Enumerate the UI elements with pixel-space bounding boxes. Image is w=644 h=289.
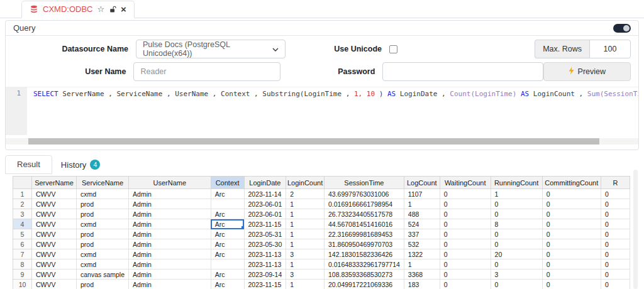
table-cell[interactable]: 0 <box>440 189 491 199</box>
table-cell[interactable]: prod <box>77 209 129 219</box>
table-cell[interactable]: 0 <box>440 219 491 229</box>
favorite-star-icon[interactable]: ☆ <box>97 5 104 13</box>
row-number-cell[interactable]: 6 <box>13 239 32 249</box>
column-header[interactable]: WaitingCount <box>440 177 491 189</box>
table-cell[interactable]: 3 <box>286 249 325 259</box>
table-cell[interactable]: Admin <box>129 239 211 249</box>
table-cell[interactable]: Admin <box>129 219 211 229</box>
scrollbar-thumb[interactable] <box>28 138 599 144</box>
column-header[interactable]: R <box>601 177 630 189</box>
table-cell[interactable]: 0 <box>491 259 542 270</box>
table-cell[interactable]: 0 <box>491 209 542 219</box>
row-number-cell[interactable]: 4 <box>13 219 32 229</box>
table-cell[interactable]: 0 <box>601 189 630 199</box>
table-cell[interactable]: 1 <box>286 229 325 239</box>
table-cell[interactable]: 1 <box>286 280 325 289</box>
table-cell[interactable]: CWVV <box>32 270 77 280</box>
table-cell[interactable]: 2 <box>286 189 325 199</box>
row-number-cell[interactable]: 3 <box>13 209 32 219</box>
username-input[interactable] <box>133 62 280 81</box>
table-cell[interactable]: 2023-11-13 <box>244 249 286 259</box>
tab-result[interactable]: Result <box>5 155 52 174</box>
unlock-icon[interactable] <box>109 5 116 13</box>
table-cell[interactable]: 524 <box>404 219 440 229</box>
table-cell[interactable]: 1 <box>286 259 325 270</box>
row-number-cell[interactable]: 9 <box>13 270 32 280</box>
table-cell[interactable]: 20 <box>491 249 542 259</box>
table-cell[interactable]: 0 <box>601 280 630 289</box>
sql-editor[interactable]: 1 SELECT ServerName , ServiceName , User… <box>6 87 638 150</box>
table-cell[interactable]: Admin <box>129 199 211 209</box>
table-cell[interactable]: Arc <box>211 249 244 259</box>
grid-vertical-scrollbar[interactable] <box>633 170 638 289</box>
table-cell[interactable]: 0 <box>542 259 601 270</box>
table-cell[interactable]: 22.316699981689453 <box>324 229 404 239</box>
table-cell[interactable]: Admin <box>129 249 211 259</box>
table-cell[interactable]: 0 <box>491 239 542 249</box>
table-cell[interactable]: 532 <box>404 239 440 249</box>
table-cell[interactable]: 0.016483332961797714 <box>324 259 404 270</box>
sql-line[interactable]: SELECT ServerName , ServiceName , UserNa… <box>27 87 638 99</box>
close-tab-icon[interactable]: × <box>121 4 126 14</box>
table-cell[interactable]: Admin <box>129 270 211 280</box>
table-cell[interactable]: 0 <box>440 239 491 249</box>
row-number-cell[interactable]: 1 <box>13 189 32 199</box>
table-cell[interactable]: 0 <box>440 209 491 219</box>
table-cell[interactable]: 2023-06-01 <box>244 199 286 209</box>
table-cell[interactable]: 2023-05-30 <box>244 239 286 249</box>
row-number-cell[interactable]: 7 <box>13 249 32 259</box>
editor-horizontal-scrollbar[interactable] <box>6 138 638 144</box>
table-cell[interactable]: Admin <box>129 209 211 219</box>
table-cell[interactable]: 2023-11-15 <box>244 280 286 289</box>
table-cell[interactable]: 0 <box>601 199 630 209</box>
table-cell[interactable]: 0 <box>542 229 601 239</box>
table-cell[interactable]: 26.733234405517578 <box>324 209 404 219</box>
table-cell[interactable]: 1 <box>286 209 325 219</box>
table-cell[interactable]: 2023-09-14 <box>244 270 286 280</box>
table-cell[interactable]: Admin <box>129 229 211 239</box>
table-cell[interactable]: prod <box>77 199 129 209</box>
table-cell[interactable]: 183 <box>404 280 440 289</box>
table-cell[interactable]: CWVV <box>32 249 77 259</box>
table-cell[interactable]: 0 <box>601 239 630 249</box>
table-cell[interactable]: 0 <box>542 249 601 259</box>
table-cell[interactable]: cxmd <box>77 249 129 259</box>
table-cell[interactable]: Arc <box>211 219 244 229</box>
table-cell[interactable]: 1 <box>286 239 325 249</box>
table-cell[interactable]: 3 <box>491 270 542 280</box>
table-cell[interactable]: 0 <box>542 239 601 249</box>
table-cell[interactable]: 0 <box>601 270 630 280</box>
row-number-cell[interactable]: 2 <box>13 199 32 209</box>
table-cell[interactable]: 2023-11-13 <box>244 259 286 270</box>
column-header[interactable]: LoginDate <box>244 177 286 189</box>
row-number-cell[interactable]: 5 <box>13 229 32 239</box>
table-cell[interactable]: CWVV <box>32 280 77 289</box>
table-cell[interactable]: 0 <box>542 280 601 289</box>
table-cell[interactable]: 0 <box>440 270 491 280</box>
column-header[interactable]: LogCount <box>404 177 440 189</box>
table-cell[interactable]: 1 <box>286 199 325 209</box>
table-cell[interactable] <box>211 259 244 270</box>
column-header[interactable]: Context <box>211 177 244 189</box>
column-header[interactable]: ServerName <box>32 177 77 189</box>
table-cell[interactable]: 0 <box>491 280 542 289</box>
table-cell[interactable]: 337 <box>404 229 440 239</box>
row-number-cell[interactable]: 10 <box>13 280 32 289</box>
table-cell[interactable]: prod <box>77 229 129 239</box>
table-cell[interactable]: prod <box>77 280 129 289</box>
table-cell[interactable]: 3368 <box>404 270 440 280</box>
table-cell[interactable]: 0 <box>440 229 491 239</box>
table-cell[interactable]: 108.83593368530273 <box>324 270 404 280</box>
table-cell[interactable]: 2023-11-14 <box>244 189 286 199</box>
table-cell[interactable]: 142.18301582336426 <box>324 249 404 259</box>
table-cell[interactable]: 3 <box>286 270 325 280</box>
table-cell[interactable]: 8 <box>491 219 542 229</box>
table-cell[interactable]: 0 <box>542 270 601 280</box>
table-cell[interactable]: 0 <box>601 219 630 229</box>
table-cell[interactable]: 20.049917221069336 <box>324 280 404 289</box>
table-cell[interactable]: 0 <box>491 229 542 239</box>
table-cell[interactable]: 2023-11-15 <box>244 219 286 229</box>
table-cell[interactable]: Arc <box>211 270 244 280</box>
panel-toggle-switch[interactable] <box>613 24 631 33</box>
table-cell[interactable]: Arc <box>211 189 244 199</box>
